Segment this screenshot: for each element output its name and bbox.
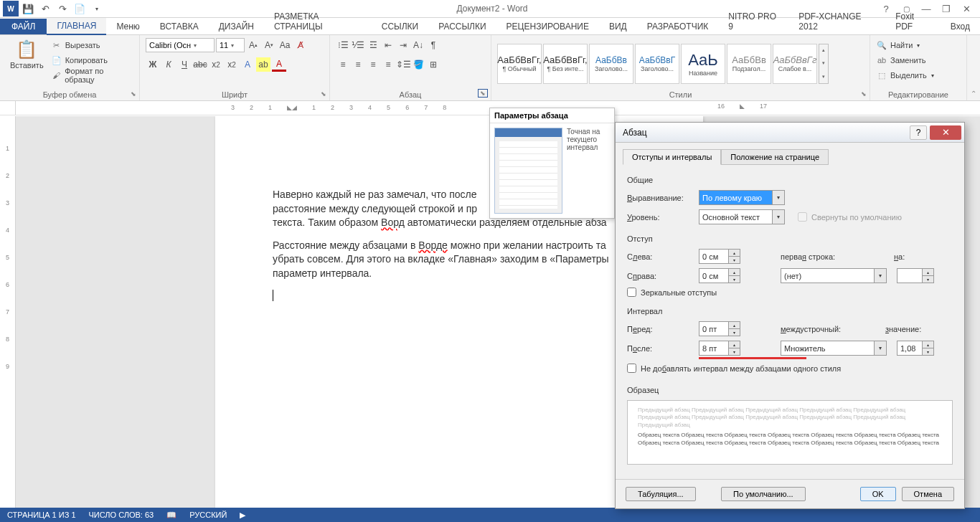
font-color-button[interactable]: A bbox=[272, 57, 286, 72]
dialog-titlebar[interactable]: Абзац ? ✕ bbox=[616, 123, 964, 143]
justify-button[interactable]: ≡ bbox=[381, 57, 395, 72]
mirror-checkbox[interactable] bbox=[627, 288, 636, 297]
paste-button[interactable]: 📋 Вставить bbox=[6, 38, 48, 71]
underline-button[interactable]: Ч bbox=[177, 57, 192, 72]
select-button[interactable]: ⬚Выделить▾ bbox=[876, 68, 934, 82]
collapse-ribbon-button[interactable]: ⌃ bbox=[967, 35, 980, 100]
tab-layout[interactable]: РАЗМЕТКА СТРАНИЦЫ bbox=[264, 9, 372, 34]
style-subtle[interactable]: АаБбВвГгСлабое в... bbox=[773, 44, 817, 84]
line-spacing-button[interactable]: ⇕☰ bbox=[396, 57, 410, 72]
replace-button[interactable]: abЗаменить bbox=[876, 53, 934, 67]
nosame-checkbox[interactable] bbox=[627, 364, 636, 373]
italic-button[interactable]: К bbox=[161, 57, 176, 72]
align-right-button[interactable]: ≡ bbox=[366, 57, 380, 72]
right-indent-spinner[interactable]: 0 см▴▾ bbox=[699, 268, 740, 283]
multilevel-button[interactable]: ☲ bbox=[366, 38, 380, 52]
new-doc-icon[interactable]: 📄 bbox=[72, 1, 88, 16]
styles-more[interactable]: ▴▾▾ bbox=[819, 44, 829, 84]
subscript-button[interactable]: x2 bbox=[209, 57, 223, 72]
cut-button[interactable]: ✂Вырезать bbox=[51, 38, 133, 52]
tab-nitro[interactable]: NITRO PRO 9 bbox=[718, 9, 788, 34]
vertical-ruler[interactable]: 123456789 bbox=[0, 116, 16, 508]
tab-review[interactable]: РЕЦЕНЗИРОВАНИЕ bbox=[496, 19, 599, 34]
language-indicator[interactable]: РУССКИЙ bbox=[189, 511, 227, 519]
ok-button[interactable]: OK bbox=[860, 487, 896, 501]
tab-position[interactable]: Положение на странице bbox=[721, 149, 829, 165]
dialog-help-button[interactable]: ? bbox=[910, 125, 927, 140]
cancel-button[interactable]: Отмена bbox=[902, 487, 954, 501]
tab-references[interactable]: ССЫЛКИ bbox=[372, 19, 428, 34]
tabs-button[interactable]: Табуляция... bbox=[626, 487, 696, 501]
tab-file[interactable]: ФАЙЛ bbox=[0, 19, 47, 34]
tab-mailings[interactable]: РАССЫЛКИ bbox=[428, 19, 496, 34]
tab-view[interactable]: ВИД bbox=[599, 19, 637, 34]
style-title[interactable]: АаЬНазвание bbox=[681, 44, 725, 84]
borders-button[interactable]: ⊞ bbox=[426, 57, 440, 72]
tab-menu[interactable]: Меню bbox=[106, 19, 149, 34]
redo-icon[interactable]: ↷ bbox=[55, 1, 70, 16]
sort-button[interactable]: A↓ bbox=[411, 38, 425, 52]
login-link[interactable]: Вход bbox=[941, 19, 980, 34]
value-spinner[interactable]: 1,08▴▾ bbox=[897, 341, 934, 356]
format-painter-button[interactable]: 🖌Формат по образцу bbox=[51, 68, 133, 82]
clipboard-launcher[interactable]: ⬊ bbox=[131, 90, 136, 98]
alignment-combo[interactable]: По левому краю▾ bbox=[699, 190, 785, 205]
highlight-button[interactable]: ab bbox=[256, 57, 270, 72]
tab-home[interactable]: ГЛАВНАЯ bbox=[47, 18, 106, 35]
save-icon[interactable]: 💾 bbox=[20, 1, 36, 16]
strike-button[interactable]: abc bbox=[193, 57, 207, 72]
superscript-button[interactable]: x2 bbox=[225, 57, 239, 72]
page-indicator[interactable]: СТРАНИЦА 1 ИЗ 1 bbox=[7, 511, 76, 519]
undo-icon[interactable]: ↶ bbox=[37, 1, 53, 16]
copy-button[interactable]: 📄Копировать bbox=[51, 53, 133, 67]
style-nospacing[interactable]: АаБбВвГг,¶ Без инте... bbox=[543, 44, 588, 84]
grow-font-button[interactable]: A▴ bbox=[246, 38, 260, 52]
align-left-button[interactable]: ≡ bbox=[336, 57, 350, 72]
increase-indent-button[interactable]: ⇥ bbox=[396, 38, 410, 52]
styles-launcher[interactable]: ⬊ bbox=[861, 90, 867, 98]
numbering-button[interactable]: ⅟☰ bbox=[351, 38, 365, 52]
before-spinner[interactable]: 0 пт▴▾ bbox=[699, 321, 740, 336]
decrease-indent-button[interactable]: ⇤ bbox=[381, 38, 395, 52]
style-normal[interactable]: АаБбВвГг,¶ Обычный bbox=[497, 44, 542, 84]
find-button[interactable]: 🔍Найти▾ bbox=[876, 38, 934, 52]
level-combo[interactable]: Основной текст▾ bbox=[699, 209, 785, 224]
dialog-tabs: Отступы и интервалы Положение на страниц… bbox=[616, 143, 964, 164]
quick-access-toolbar: W 💾 ↶ ↷ 📄 ▾ bbox=[0, 1, 108, 16]
paragraph-launcher[interactable]: ⬊ bbox=[478, 89, 488, 98]
left-indent-spinner[interactable]: 0 см▴▾ bbox=[699, 249, 740, 264]
spell-check-icon[interactable]: 📖 bbox=[166, 511, 176, 520]
font-size-combo[interactable]: 11▾ bbox=[216, 38, 245, 52]
tab-design[interactable]: ДИЗАЙН bbox=[209, 19, 264, 34]
style-heading1[interactable]: АаБбВвЗаголово... bbox=[589, 44, 633, 84]
style-heading2[interactable]: АаБбВвГЗаголово... bbox=[635, 44, 679, 84]
macro-icon[interactable]: ▶ bbox=[240, 511, 245, 520]
tab-indents[interactable]: Отступы и интервалы bbox=[623, 149, 721, 165]
tab-insert[interactable]: ВСТАВКА bbox=[150, 19, 209, 34]
shrink-font-button[interactable]: A▾ bbox=[262, 38, 276, 52]
change-case-button[interactable]: Aa bbox=[278, 38, 292, 52]
tab-pdfxchange[interactable]: PDF-XCHANGE 2012 bbox=[788, 9, 885, 34]
style-subtitle[interactable]: АаБбВвПодзагол... bbox=[727, 44, 771, 84]
word-count[interactable]: ЧИСЛО СЛОВ: 63 bbox=[89, 511, 154, 519]
close-button[interactable]: ✕ bbox=[957, 1, 976, 16]
align-center-button[interactable]: ≡ bbox=[351, 57, 365, 72]
text-effects-button[interactable]: A bbox=[240, 57, 255, 72]
default-button[interactable]: По умолчанию... bbox=[721, 487, 806, 501]
firstline-combo[interactable]: (нет)▾ bbox=[781, 268, 887, 283]
qat-dropdown-icon[interactable]: ▾ bbox=[89, 1, 105, 16]
clear-format-button[interactable]: A̸ bbox=[293, 38, 308, 52]
shading-button[interactable]: 🪣 bbox=[411, 57, 425, 72]
after-spinner[interactable]: 8 пт▴▾ bbox=[699, 341, 740, 356]
show-marks-button[interactable]: ¶ bbox=[426, 38, 440, 52]
font-launcher[interactable]: ⬊ bbox=[321, 90, 326, 98]
by-spinner[interactable]: ▴▾ bbox=[897, 268, 934, 283]
bullets-button[interactable]: ⁝☰ bbox=[336, 38, 350, 52]
paragraph-2[interactable]: Расстояние между абзацами в Ворде можно … bbox=[273, 239, 646, 281]
font-name-combo[interactable]: Calibri (Осн▾ bbox=[146, 38, 215, 52]
tab-foxit[interactable]: Foxit PDF bbox=[885, 9, 941, 34]
linespacing-combo[interactable]: Множитель▾ bbox=[781, 341, 887, 356]
tab-developer[interactable]: РАЗРАБОТЧИК bbox=[637, 19, 719, 34]
dialog-close-button[interactable]: ✕ bbox=[930, 125, 961, 140]
bold-button[interactable]: Ж bbox=[146, 57, 160, 72]
